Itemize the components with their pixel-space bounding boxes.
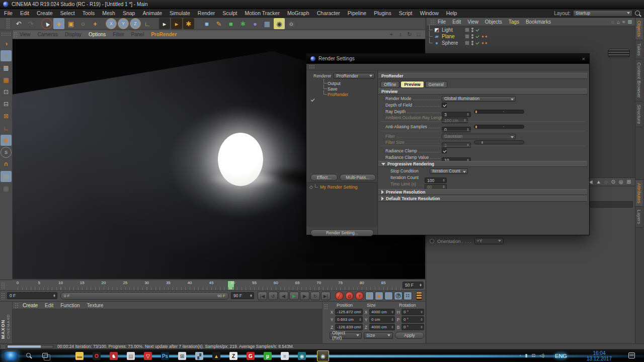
multipass-button[interactable]: Multi-Pass... <box>340 174 376 181</box>
rotate-view-icon[interactable]: ↻ <box>406 31 413 38</box>
play-button[interactable]: ▶ <box>289 292 299 300</box>
menu-item[interactable]: Sculpt <box>222 10 237 16</box>
viewport-menu-item[interactable]: Panel <box>131 32 144 37</box>
viewport-menu-item[interactable]: Filter <box>113 32 124 37</box>
notification-center-icon[interactable] <box>628 352 635 358</box>
rotation-field[interactable]: 0 ° <box>401 309 424 315</box>
next-frame-button[interactable]: ▶ <box>300 292 309 300</box>
edges-mode-icon[interactable]: ⊟ <box>1 99 12 110</box>
menu-item[interactable]: Mesh <box>102 10 115 16</box>
start-button[interactable] <box>3 351 18 361</box>
menu-item[interactable]: Simulate <box>170 10 190 16</box>
record-keyframe-button[interactable]: ╱ <box>335 292 344 300</box>
panel-tab[interactable]: Content Browser <box>635 59 643 102</box>
menu-item[interactable]: File <box>4 10 13 16</box>
magnet-icon[interactable]: ∪ <box>1 159 12 170</box>
layer-chip[interactable] <box>465 28 469 32</box>
size-field[interactable]: 0 cm <box>369 316 395 323</box>
environment-icon[interactable]: ▦ <box>262 18 273 29</box>
current-frame-spinner[interactable]: 50 F <box>403 282 424 289</box>
panel-tab[interactable]: Takes <box>635 40 643 59</box>
menu-item[interactable]: Render <box>198 10 215 16</box>
search-icon[interactable]: ◌ <box>605 179 608 185</box>
orientation-select[interactable]: +Y <box>474 238 504 244</box>
move-tool-icon[interactable]: + <box>53 18 64 29</box>
model-mode-icon[interactable]: ■ <box>1 50 12 61</box>
lock-y-axis-icon[interactable]: Y <box>118 18 129 29</box>
add-cube-icon[interactable]: ■ <box>201 18 212 29</box>
sticky-notes-icon[interactable]: ≡ <box>281 352 289 360</box>
deformer-icon[interactable]: ● <box>250 18 261 29</box>
menu-item[interactable]: Window <box>420 10 439 16</box>
menu-item[interactable]: Pipeline <box>348 10 366 16</box>
visibility-toggles[interactable] <box>471 28 473 32</box>
menu-item[interactable]: Plugins <box>374 10 391 16</box>
object-name[interactable]: Light <box>442 27 463 33</box>
taskbar-search-icon[interactable] <box>26 353 31 357</box>
size-mode-select[interactable]: Size <box>364 332 393 339</box>
play-reverse-button[interactable]: ↺ <box>268 292 278 300</box>
menu-item[interactable]: Script <box>399 10 413 16</box>
menu-item[interactable]: Select <box>60 10 75 16</box>
workplane-mode-icon[interactable]: ▦ <box>1 74 12 85</box>
object-row[interactable]: ▰ Plane ●● <box>427 33 635 40</box>
lock-icon[interactable]: ⊙ <box>611 179 615 185</box>
position-field[interactable]: -125.872 cm <box>335 309 363 315</box>
power-icon[interactable]: ▮ <box>525 353 528 358</box>
undo-icon[interactable]: ↶ <box>13 18 24 29</box>
snap-icon[interactable]: S <box>1 147 12 158</box>
show-hidden-icons[interactable]: ▪ <box>519 353 521 358</box>
enabled-check-icon[interactable] <box>475 35 479 39</box>
render-setting-button[interactable]: Render Setting... <box>310 229 374 236</box>
viewport-menu-item[interactable]: Display <box>65 32 82 37</box>
position-field[interactable]: -126.839 cm <box>335 324 363 330</box>
zmodeler-icon[interactable]: Z <box>229 352 237 360</box>
object-row[interactable]: ◩ Light <box>427 27 635 33</box>
material-menu-item[interactable]: Create <box>23 303 38 308</box>
menu-item[interactable]: Edit <box>20 10 29 16</box>
layer-chip[interactable] <box>465 34 469 39</box>
texture-mode-icon[interactable]: ▩ <box>1 62 12 73</box>
volume-icon[interactable]: ◁) <box>539 353 544 358</box>
title-bar[interactable]: CINEMA 4D R19.024 Studio (RC - R19) - [U… <box>0 0 644 9</box>
toolbar-grip[interactable] <box>6 18 10 29</box>
dialog-grip[interactable] <box>306 64 589 70</box>
om-menu-item[interactable]: Edit <box>452 19 461 25</box>
size-field[interactable]: 4000 cm <box>369 309 395 315</box>
notepad-icon[interactable]: ▤ <box>127 352 135 360</box>
lock-workplane-icon[interactable]: ▦ <box>1 171 12 182</box>
viewport-menu-item[interactable]: Options <box>89 32 106 37</box>
size-field[interactable]: 4000 cm <box>369 324 395 330</box>
panel-grip[interactable] <box>1 293 5 300</box>
cinema4d-icon[interactable]: ◉ <box>298 352 306 360</box>
tree-item-save[interactable]: Save <box>324 86 348 92</box>
preview-resolution-header[interactable]: Preview Resolution <box>378 189 587 195</box>
autokey-button[interactable]: () <box>345 292 354 300</box>
position-field[interactable]: 0.693 cm <box>335 316 363 323</box>
mograph-icon[interactable]: ∗ <box>237 18 249 29</box>
om-menu-item[interactable]: View <box>467 19 478 25</box>
toggle-view-icon[interactable]: □ <box>415 31 422 38</box>
enabled-check-icon[interactable] <box>475 28 479 32</box>
sphere-object[interactable] <box>218 133 263 186</box>
dialog-tab[interactable]: Offline <box>380 81 399 88</box>
viewport-solo-icon[interactable]: ◉ <box>1 135 12 146</box>
goto-end-button[interactable]: ▶| <box>321 292 331 300</box>
menu-item[interactable]: Help <box>446 10 457 16</box>
key-parameter-toggle[interactable]: Ⓟ <box>394 292 403 300</box>
render-setting-name[interactable]: My Render Setting <box>320 185 358 190</box>
timeline-ruler[interactable]: 051015202530354045505560657075808590 50 … <box>0 280 425 291</box>
dialog-tab[interactable]: General <box>425 81 447 88</box>
material-menu-item[interactable]: Function <box>60 303 79 308</box>
rotation-field[interactable]: 0 ° <box>401 324 424 330</box>
frame-range-slider[interactable]: 0 F 90 F <box>60 292 229 300</box>
redo-icon[interactable]: ↷ <box>25 18 36 29</box>
scale-tool-icon[interactable]: ▣ <box>65 18 76 29</box>
network-icon[interactable]: ⊡ <box>532 353 536 358</box>
viewport-menu-item[interactable]: ProRender <box>151 32 177 37</box>
filter-path-icon[interactable]: ≈ <box>622 19 625 25</box>
key-rotation-toggle[interactable]: ○ <box>384 292 393 300</box>
visibility-toggles[interactable] <box>471 41 473 45</box>
renderer-select[interactable]: ProRender <box>334 73 375 79</box>
render-picture-viewer-icon[interactable]: ▸ <box>171 18 182 29</box>
